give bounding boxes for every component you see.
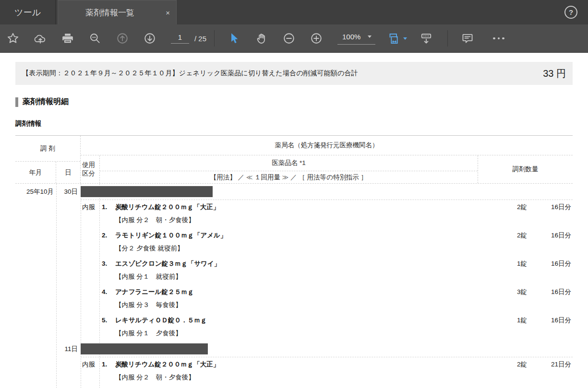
print-button[interactable]: [61, 32, 74, 45]
quantity-amount: 1錠: [480, 314, 527, 340]
header-year-month: 年月: [15, 162, 56, 183]
star-icon: [7, 32, 19, 45]
quantity-days: 16日分: [527, 229, 571, 255]
select-tool-button[interactable]: [228, 32, 240, 45]
dot: [498, 37, 500, 40]
medication-info: ラモトリギン錠１００ｍｇ「アメル」 【分２ 夕食後 就寝前】: [115, 229, 480, 255]
hand-tool-button[interactable]: [255, 32, 268, 45]
header-pharmacy: 薬局名（処方箋発行元医療機関名）: [81, 136, 573, 155]
quantity-days: 21日分: [527, 386, 571, 388]
minus-circle-icon: [283, 32, 295, 45]
search-button[interactable]: [89, 32, 101, 45]
medication-info: 炭酸リチウム錠２００ｍｇ「大正」 【内服 分２ 朝・夕食後】: [115, 358, 480, 384]
more-options-button[interactable]: [493, 37, 504, 40]
row-spacer: [15, 358, 81, 384]
medication-name: エスゾピクロン錠３ｍｇ「サワイ」: [115, 257, 480, 270]
chevron-down-icon: [368, 35, 372, 38]
medication-usage: 【内服 分２ 朝・夕食後】: [115, 371, 480, 384]
page-number-input[interactable]: [171, 33, 189, 44]
zoom-level-select[interactable]: 100%: [337, 33, 375, 45]
page-count-label: / 25: [194, 35, 206, 43]
item-number: 3.: [99, 257, 115, 283]
subsection-title: 調剤情報: [15, 119, 573, 128]
quantity-amount: 2錠: [480, 229, 527, 255]
table-body: 25年10月 30日 内服 1. 炭酸リチウム錠２００ｍｇ「大正」 【内服 分２…: [15, 184, 573, 388]
tab-bar: ツール 薬剤情報一覧 × ?: [0, 0, 588, 24]
date-day: 30日: [56, 188, 81, 196]
fit-width-button[interactable]: [388, 32, 407, 45]
date-day: 11日: [56, 345, 81, 353]
arrow-down-circle-icon: [144, 32, 156, 45]
header-dispense-group: 調 剤 年月 日: [15, 136, 81, 183]
quantity-days: 16日分: [527, 314, 571, 340]
usage-class: [81, 314, 99, 340]
printer-icon: [61, 32, 74, 45]
cloud-upload-button[interactable]: [34, 32, 47, 45]
item-number: 1.: [99, 200, 115, 226]
tab-document[interactable]: 薬剤情報一覧 ×: [58, 0, 177, 24]
notice-text: 【表示期間：２０２１年９月～２０２５年１０月】ジェネリック医薬品に切り替えた場合…: [15, 69, 358, 78]
zoom-in-button[interactable]: [310, 32, 323, 45]
quantity-days: 16日分: [527, 285, 571, 311]
display-period-notice: 【表示期間：２０２１年９月～２０２５年１０月】ジェネリック医薬品に切り替えた場合…: [15, 62, 573, 85]
plus-circle-icon: [310, 32, 323, 45]
section-title-text: 薬剤情報明細: [23, 97, 69, 107]
section-title-bar: [15, 97, 18, 107]
hand-icon: [255, 32, 268, 45]
pdf-toolbar: / 25 100%: [0, 24, 588, 53]
arrow-up-circle-icon: [116, 32, 129, 45]
help-icon[interactable]: ?: [564, 6, 577, 19]
zoom-level-label: 100%: [342, 33, 360, 41]
fit-width-icon: [388, 32, 401, 45]
bookmark-star-button[interactable]: [7, 32, 19, 45]
item-number: 5.: [99, 314, 115, 340]
quantity-amount: 3錠: [480, 285, 527, 311]
redaction-bar: [81, 343, 208, 354]
medication-name: ラモトリギン錠１００ｍｇ「アメル」: [115, 386, 480, 388]
close-icon[interactable]: ×: [166, 9, 170, 17]
quantity-amount: 1錠: [480, 257, 527, 283]
page-down-button[interactable]: [144, 32, 156, 45]
header-day: 日: [56, 162, 80, 183]
zoom-out-button[interactable]: [283, 32, 295, 45]
medication-row: 3. エスゾピクロン錠３ｍｇ「サワイ」 【内服 分１ 就寝前】 1錠 16日分: [15, 256, 573, 284]
dispense-date-row: 25年10月 30日: [15, 184, 573, 200]
medication-usage: 【内服 分１ 夕食後】: [115, 327, 480, 340]
header-drug-name: 医薬品名 *1: [100, 155, 478, 171]
medication-name: レキサルティＯＤ錠０．５ｍｇ: [115, 314, 480, 327]
header-drug-group: 医薬品名 *1 【用法】 ／ ≪ １回用量 ≫ ／ ［ 用法等の特別指示 ］: [99, 155, 478, 183]
usage-class: 内服: [81, 358, 99, 384]
header-date-row: 年月 日: [15, 162, 80, 183]
row-spacer: [15, 314, 81, 340]
quantity-amount: 2錠: [480, 386, 527, 388]
item-number: 2.: [99, 229, 115, 255]
quantity-amount: 2錠: [480, 200, 527, 226]
chevron-down-icon: [403, 37, 407, 40]
toolbar-divider: [214, 30, 215, 47]
comment-button[interactable]: [461, 32, 474, 45]
scroll-mode-button[interactable]: [420, 32, 432, 45]
medication-name: ラモトリギン錠１００ｍｇ「アメル」: [115, 229, 480, 242]
medication-usage: 【分２ 夕食後 就寝前】: [115, 242, 480, 255]
usage-class: 内服: [81, 200, 99, 226]
row-spacer: [15, 285, 81, 311]
medication-row: 2. ラモトリギン錠１００ｍｇ「アメル」 【分２ 夕食後 就寝前】 2錠 16日…: [15, 228, 573, 256]
medication-info: エスゾピクロン錠３ｍｇ「サワイ」 【内服 分１ 就寝前】: [115, 257, 480, 283]
toolbar-divider: [447, 30, 448, 47]
usage-class: [81, 229, 99, 255]
page-up-button[interactable]: [116, 32, 129, 45]
cursor-icon: [228, 32, 240, 45]
medication-name: 炭酸リチウム錠２００ｍｇ「大正」: [115, 200, 480, 213]
medication-usage: 【内服 分２ 朝・夕食後】: [115, 213, 480, 226]
item-number: 4.: [99, 285, 115, 311]
tab-tools[interactable]: ツール: [0, 0, 56, 24]
header-lower-row: 使用区分 医薬品名 *1 【用法】 ／ ≪ １回用量 ≫ ／ ［ 用法等の特別指…: [81, 155, 573, 183]
medication-row: 内服 1. 炭酸リチウム錠２００ｍｇ「大正」 【内服 分２ 朝・夕食後】 2錠 …: [15, 357, 573, 385]
medication-name: 炭酸リチウム錠２００ｍｇ「大正」: [115, 358, 480, 371]
redaction-bar: [81, 186, 213, 197]
comment-icon: [461, 32, 474, 45]
quantity-days: 16日分: [527, 200, 571, 226]
pdf-document: 【表示期間：２０２１年９月～２０２５年１０月】ジェネリック医薬品に切り替えた場合…: [0, 62, 588, 388]
medication-usage: 【内服 分３ 毎食後】: [115, 298, 480, 311]
row-spacer: [15, 229, 81, 255]
